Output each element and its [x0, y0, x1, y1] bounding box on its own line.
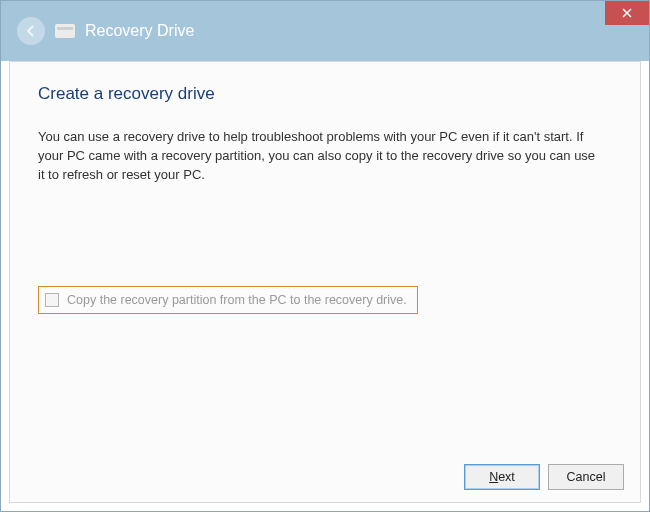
checkbox-label: Copy the recovery partition from the PC … [67, 293, 407, 307]
back-button[interactable] [17, 17, 45, 45]
cancel-button[interactable]: Cancel [548, 464, 624, 490]
recovery-drive-window: Recovery Drive Create a recovery drive Y… [0, 0, 650, 512]
checkbox-icon [45, 293, 59, 307]
window-title: Recovery Drive [85, 22, 194, 40]
close-button[interactable] [605, 1, 649, 25]
page-description: You can use a recovery drive to help tro… [38, 128, 598, 185]
titlebar: Recovery Drive [1, 1, 649, 61]
drive-icon [55, 24, 75, 38]
next-label-rest: ext [498, 470, 515, 484]
copy-partition-checkbox[interactable]: Copy the recovery partition from the PC … [38, 286, 418, 314]
footer-buttons: Next Cancel [464, 464, 624, 490]
page-heading: Create a recovery drive [38, 84, 612, 104]
next-button[interactable]: Next [464, 464, 540, 490]
next-accelerator: N [489, 470, 498, 484]
close-icon [622, 8, 632, 18]
back-arrow-icon [24, 24, 38, 38]
content-area: Create a recovery drive You can use a re… [9, 61, 641, 503]
